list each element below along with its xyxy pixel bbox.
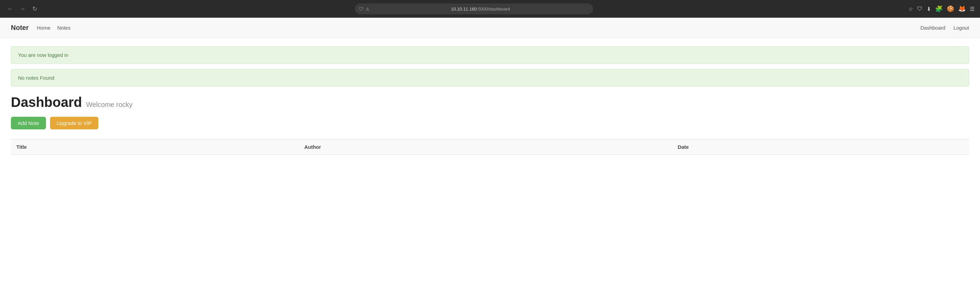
browser-nav-buttons: ← → ↻ [5, 4, 40, 14]
alert-no-notes-text: No notes Found [18, 75, 54, 81]
browser-chrome: ← → ↻ 🛡 ⚠ 10.10.11.160:5000/dashboard ☆ … [0, 0, 980, 18]
reload-button[interactable]: ↻ [30, 4, 40, 14]
security-shield-icon: 🛡 [359, 6, 363, 11]
browser-shield-icon[interactable]: 🛡 [917, 6, 923, 12]
forward-button[interactable]: → [18, 4, 27, 14]
main-content: You are now logged in No notes Found Das… [0, 38, 980, 163]
alert-no-notes: No notes Found [11, 69, 969, 86]
lock-icon: ⚠ [366, 6, 369, 11]
upgrade-vip-button[interactable]: Upgrade to VIP [50, 117, 99, 129]
alert-logged-in: You are now logged in [11, 46, 969, 64]
address-bar[interactable]: 🛡 ⚠ 10.10.11.160:5000/dashboard [355, 3, 593, 14]
address-bar-icons: 🛡 ⚠ [359, 6, 369, 11]
profile-cookie-icon[interactable]: 🍪 [947, 5, 954, 13]
extension-puzzle-icon[interactable]: 🧩 [935, 5, 943, 13]
navbar-right: Dashboard Logout [920, 25, 969, 30]
navbar-brand[interactable]: Noter [11, 24, 29, 32]
url-path: /dashboard [488, 6, 510, 11]
url-port: :5000 [477, 6, 488, 11]
dashboard-title: Dashboard [11, 95, 82, 110]
action-buttons: Add Note Upgrade to VIP [11, 117, 969, 129]
alert-logged-in-text: You are now logged in [18, 52, 68, 58]
nav-link-dashboard[interactable]: Dashboard [920, 25, 945, 30]
table-col-author: Author [299, 139, 672, 155]
address-bar-url: 10.10.11.160:5000/dashboard [372, 6, 589, 11]
navbar-links: Home Notes [37, 25, 70, 30]
download-icon[interactable]: ⬇ [927, 6, 931, 12]
navbar: Noter Home Notes Dashboard Logout [0, 18, 980, 38]
nav-link-logout[interactable]: Logout [953, 25, 969, 30]
back-button[interactable]: ← [5, 4, 15, 14]
browser-right-icons: ☆ 🛡 ⬇ 🧩 🍪 🦊 ☰ [908, 5, 975, 13]
menu-icon[interactable]: ☰ [970, 6, 975, 12]
nav-link-notes[interactable]: Notes [57, 25, 70, 30]
table-col-title: Title [11, 139, 299, 155]
table-col-date: Date [672, 139, 969, 155]
table-header: Title Author Date [11, 139, 969, 155]
url-host: 10.10.11.160 [451, 6, 477, 11]
table-header-row: Title Author Date [11, 139, 969, 155]
nav-link-home[interactable]: Home [37, 25, 50, 30]
dashboard-subtitle: Welcome rocky [86, 101, 132, 108]
dashboard-heading: Dashboard Welcome rocky [11, 95, 969, 110]
profile-avatar-icon[interactable]: 🦊 [958, 5, 966, 13]
add-note-button[interactable]: Add Note [11, 117, 46, 129]
notes-table: Title Author Date [11, 139, 969, 155]
bookmark-icon[interactable]: ☆ [908, 6, 913, 12]
